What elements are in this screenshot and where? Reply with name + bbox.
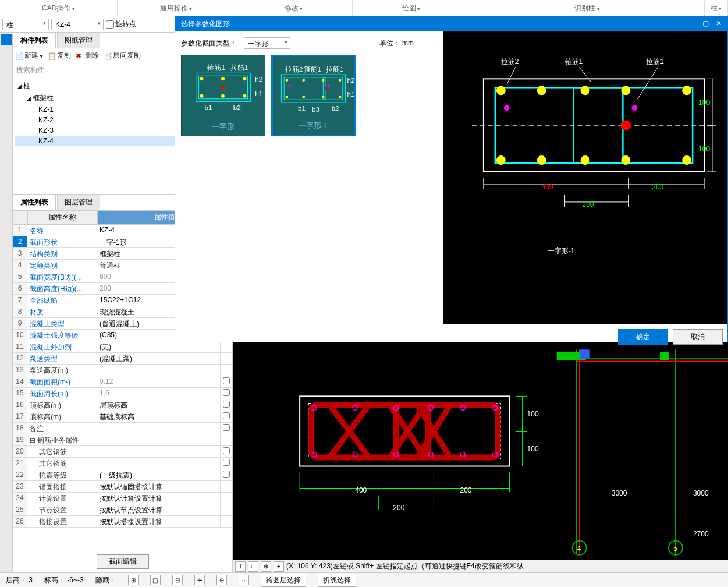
vert-tab-1[interactable] [1,34,12,45]
svg-point-6 [221,94,225,98]
section-type-combo[interactable]: 一字形 [244,37,290,49]
svg-point-57 [682,155,691,165]
svg-point-22 [339,79,342,82]
svg-point-23 [286,96,289,98]
sb-icon-2[interactable]: ◫ [150,575,161,585]
tab-paper-mgmt[interactable]: 图纸管理 [57,33,100,48]
svg-text:200: 200 [583,200,594,208]
svg-text:200: 200 [652,183,663,191]
svg-point-50 [581,86,590,95]
sb-icon-6[interactable]: ↔ [239,575,249,585]
drawing-canvas[interactable]: 100 100 400 200 200 3000 3000 2700 4 5 ⊥… [233,342,728,572]
section-edit-button[interactable]: 截面编辑 [97,554,149,569]
ribbon-col[interactable]: 柱 [705,0,728,16]
member-combo[interactable]: KZ-4 [51,19,104,30]
delete-button[interactable]: ✖删除 [76,51,99,61]
shape-option-2[interactable]: 拉筋2箍筋1拉筋1 b1b3b2 h2h1 一字形-1 [271,55,356,136]
copy-button[interactable]: 📋复制 [48,51,71,61]
cancel-button[interactable]: 取消 [673,329,723,345]
svg-text:100: 100 [698,98,710,107]
sb-icon-5[interactable]: ⊕ [216,575,227,585]
copy-icon: 📋 [48,52,56,60]
prop-row[interactable]: 14截面面积(m²)0.12 [13,376,232,388]
ribbon-modify[interactable]: 修改 [235,0,353,16]
svg-text:拉筋2: 拉筋2 [285,66,303,73]
svg-text:h2: h2 [255,75,262,83]
ribbon-recognize[interactable]: 识别柱 [470,0,705,16]
svg-point-26 [339,96,342,98]
tab-properties[interactable]: 属性列表 [13,195,56,210]
svg-point-8 [221,86,225,89]
svg-rect-46 [574,87,693,163]
svg-text:400: 400 [542,183,553,191]
sb-icon-4[interactable]: ✛ [194,575,205,585]
dialog-titlebar[interactable]: 选择参数化图形 ▢ ✕ [175,17,727,31]
prop-row[interactable]: 21其它箍筋 [13,458,232,469]
prop-row[interactable]: 16顶标高(m)层顶标高 [13,399,232,411]
prop-row[interactable]: 26搭接设置按默认搭接设置计算 [13,516,232,528]
svg-text:一字形-1: 一字形-1 [548,247,575,255]
polyline-select-button[interactable]: 折线选择 [318,574,356,587]
shape-option-1[interactable]: 箍筋1拉筋1 b1b2 h2h1 一字形 [181,55,265,136]
tab-layers[interactable]: 图层管理 [57,195,100,210]
new-button[interactable]: 📄新建 ▾ [15,51,43,61]
dialog-title: 选择参数化图形 [181,19,230,29]
snap-btn-1[interactable]: ⊥ [235,561,246,572]
rotate-point-check[interactable]: 旋转点 [106,19,136,29]
prop-row[interactable]: 25节点设置按默认节点设置计算 [13,504,232,516]
prop-row[interactable]: 22抗震等级(一级抗震) [13,469,232,481]
svg-text:5: 5 [673,544,677,553]
sb-icon-3[interactable]: ⊟ [172,575,183,585]
unit-label: 单位： [379,39,400,47]
prop-row[interactable]: 12泵送类型(混凝土泵) [13,353,232,365]
prop-row[interactable]: 19⊟ 钢筋业务属性 [13,434,232,446]
svg-text:b1: b1 [204,104,212,112]
prop-row[interactable]: 18备注 [13,423,232,434]
svg-point-27 [325,87,328,90]
ribbon-common[interactable]: 通用操作 [118,0,235,16]
svg-text:b2: b2 [233,104,241,112]
prop-row[interactable]: 24计算设置按默认计算设置计算 [13,493,232,504]
svg-text:3000: 3000 [693,489,709,497]
svg-text:h1: h1 [255,90,262,98]
svg-point-53 [496,155,506,165]
svg-point-7 [243,94,247,98]
new-icon: 📄 [15,52,23,60]
sb-icon-1[interactable]: ⊞ [128,575,139,585]
prop-row[interactable]: 17底标高(m)基础底标高 [13,411,232,423]
floor-copy-button[interactable]: 📑层间复制 [104,51,141,61]
svg-text:h1: h1 [347,91,354,98]
ribbon: CAD操作 通用操作 修改 绘图 识别柱 柱 [0,0,728,16]
prop-row[interactable]: 20其它钢筋 [13,446,232,458]
snap-btn-2[interactable]: ∟ [248,561,258,572]
prop-row[interactable]: 15截面周长(m)1.6 [13,388,232,399]
cross-layer-button[interactable]: 跨图层选择 [261,574,306,587]
svg-point-19 [286,79,289,82]
svg-text:200: 200 [393,504,404,512]
svg-point-24 [302,96,305,98]
svg-text:400: 400 [355,486,367,494]
svg-line-42 [580,67,591,82]
snap-btn-4[interactable]: + [274,561,284,572]
param-shape-dialog: 选择参数化图形 ▢ ✕ 参数化截面类型： 一字形 单位： mm [175,16,728,342]
ribbon-cad[interactable]: CAD操作 [0,0,118,16]
minimize-icon[interactable]: ▢ [702,19,709,29]
type-combo[interactable]: 柱 [2,19,49,30]
svg-point-20 [302,79,305,82]
close-icon[interactable]: ✕ [716,19,722,29]
ok-button[interactable]: 确定 [618,329,668,345]
svg-text:100: 100 [527,445,539,453]
svg-rect-16 [281,75,345,102]
coord-status: (X: 106 Y: 423)左键或 Shift+ 左键指定起点（可通过快捷键F… [286,561,524,571]
prop-row[interactable]: 23锚固搭接按默认锚固搭接计算 [13,481,232,493]
ribbon-draw[interactable]: 绘图 [353,0,470,16]
svg-text:200: 200 [460,486,471,494]
svg-point-21 [322,79,325,82]
tab-member-list[interactable]: 构件列表 [13,33,56,48]
prop-row[interactable]: 13泵送高度(m) [13,365,232,376]
snap-btn-3[interactable]: ⊕ [261,561,271,572]
unit-value: mm [402,39,414,47]
floor-copy-icon: 📑 [104,52,112,60]
svg-text:4: 4 [577,544,581,553]
svg-point-4 [243,77,247,80]
